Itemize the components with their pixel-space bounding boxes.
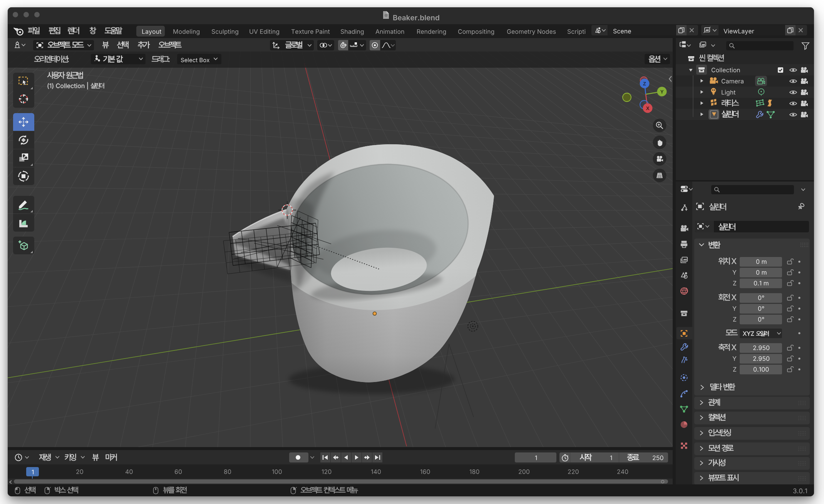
svg-text:Y: Y <box>660 89 664 95</box>
svg-text:X: X <box>646 105 650 111</box>
svg-text:Z: Z <box>643 81 646 87</box>
